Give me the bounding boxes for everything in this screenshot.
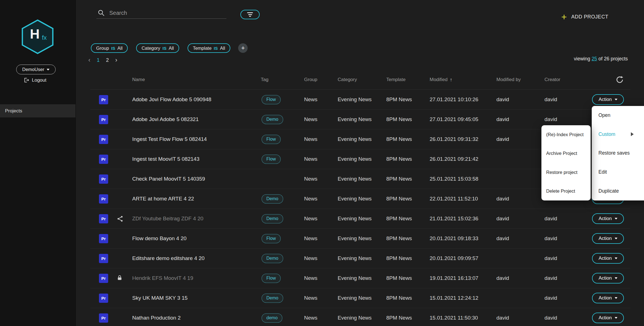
menu-item-label: Custom xyxy=(598,131,615,137)
filter-chip-template[interactable]: TemplateISAll xyxy=(188,43,230,53)
column-header-modified_by[interactable]: Modified by xyxy=(496,77,544,82)
search-bar xyxy=(96,7,226,19)
template-cell: 8PM News xyxy=(386,96,430,103)
menu-item-restore-project[interactable]: Restore project xyxy=(541,163,591,182)
menu-item-label: Archive Project xyxy=(546,151,577,156)
action-button-label: Action xyxy=(598,315,612,321)
menu-item--re-index-project[interactable]: (Re)-Index Project xyxy=(541,125,591,144)
add-filter-button[interactable]: + xyxy=(238,43,248,53)
template-cell: 8PM News xyxy=(386,156,430,162)
tag-badge: Demo xyxy=(262,294,283,303)
add-project-label: ADD PROJECT xyxy=(571,14,609,20)
page-button-1[interactable]: 1 xyxy=(97,57,100,63)
logout-button[interactable]: Logout xyxy=(23,77,46,83)
template-cell: 8PM News xyxy=(386,315,430,321)
column-header-modified[interactable]: Modified↑ xyxy=(430,77,496,83)
tag-cell: demo xyxy=(261,313,304,323)
chip-field: Category xyxy=(141,46,160,51)
row-icons-cell: Pr xyxy=(90,268,132,288)
column-header-template[interactable]: Template xyxy=(386,77,430,82)
lock-icon-wrap xyxy=(117,275,123,282)
category-cell: Evening News xyxy=(338,96,386,103)
category-cell: Evening News xyxy=(338,295,386,301)
category-cell: Evening News xyxy=(338,116,386,122)
column-header-group[interactable]: Group xyxy=(304,77,338,82)
chevron-down-icon xyxy=(615,99,617,100)
modified-cell: 15.01.2021 12:24:12 xyxy=(430,295,496,301)
filter-sort-button[interactable] xyxy=(240,10,260,19)
column-header-tag[interactable]: Tag xyxy=(261,77,304,82)
tag-badge: Demo xyxy=(262,214,283,223)
column-header-name[interactable]: Name xyxy=(132,77,261,82)
menu-item-custom[interactable]: Custom xyxy=(592,125,644,144)
chevron-down-icon xyxy=(47,69,49,70)
table-row[interactable]: PrEditshare demo editshare 4 20DemoNewsE… xyxy=(90,249,630,268)
chevron-down-icon xyxy=(615,317,617,319)
refresh-icon xyxy=(615,75,624,84)
action-button-label: Action xyxy=(598,275,612,281)
tag-badge: Demo xyxy=(262,194,283,204)
page-prev-button[interactable]: ‹ xyxy=(88,57,90,63)
column-header-creator[interactable]: Creator xyxy=(544,77,584,82)
modified-cell: 25.01.2021 15:03:58 xyxy=(430,176,496,182)
chip-field: Group xyxy=(96,46,109,51)
share-icon-wrap xyxy=(117,215,124,224)
project-name: Flow demo Bayon 4 20 xyxy=(132,235,261,242)
action-button[interactable]: Action xyxy=(592,293,624,303)
sidebar-item-projects[interactable]: Projects xyxy=(0,104,75,117)
viewing-prefix: viewing xyxy=(574,56,590,62)
menu-item-label: Open xyxy=(598,112,610,118)
menu-item-duplicate[interactable]: Duplicate xyxy=(592,181,644,200)
action-button[interactable]: Action xyxy=(592,213,624,224)
add-project-button[interactable]: + ADD PROJECT xyxy=(561,12,608,22)
menu-item-edit[interactable]: Edit xyxy=(592,163,644,182)
menu-item-restore-saves[interactable]: Restore saves xyxy=(592,144,644,163)
lock-icon xyxy=(117,275,123,281)
menu-item-delete-project[interactable]: Delete Project xyxy=(541,182,591,200)
column-header-category[interactable]: Category xyxy=(338,77,386,82)
submenu-arrow-icon xyxy=(631,132,634,136)
table-row[interactable]: PrAdobe Jovi Flow Adobe 5 090948FlowNews… xyxy=(90,90,630,110)
filter-chip-category[interactable]: CategoryISAll xyxy=(136,43,179,53)
chevron-down-icon xyxy=(615,297,617,299)
chip-value: All xyxy=(220,46,225,51)
menu-item-open[interactable]: Open xyxy=(592,106,644,125)
action-button[interactable]: Action xyxy=(592,273,624,284)
row-icons-cell: Pr xyxy=(90,308,132,326)
column-header-label: Modified xyxy=(430,77,448,82)
viewing-count-link[interactable]: 25 xyxy=(591,56,597,62)
user-menu-button[interactable]: DemoUser xyxy=(16,65,56,74)
menu-item-label: Restore saves xyxy=(598,150,630,156)
sort-asc-icon[interactable]: ↑ xyxy=(450,77,452,83)
table-row[interactable]: PrSky UK MAM SKY 3 15DemoNewsEvening New… xyxy=(90,288,630,308)
page-next-button[interactable]: › xyxy=(115,57,117,63)
table-row[interactable]: PrFlow demo Bayon 4 20FlowNewsEvening Ne… xyxy=(90,229,630,249)
table-row[interactable]: PrNathan Production 2demoNewsEvening New… xyxy=(90,308,630,326)
modified-by-cell: david xyxy=(496,96,544,103)
category-cell: Evening News xyxy=(338,176,386,182)
tag-cell: Demo xyxy=(261,194,304,204)
page-button-2[interactable]: 2 xyxy=(106,57,109,63)
action-button[interactable]: Action xyxy=(592,253,624,264)
menu-item-label: Duplicate xyxy=(598,188,619,194)
table-row[interactable]: PrHendrik EFS MoovIT 4 19FlowNewsEvening… xyxy=(90,268,630,288)
modified-cell: 26.01.2021 09:31:32 xyxy=(430,136,496,142)
action-button[interactable]: Action xyxy=(592,313,624,323)
tag-badge: Demo xyxy=(262,115,283,124)
search-input[interactable] xyxy=(109,10,226,16)
premiere-icon: Pr xyxy=(99,174,108,184)
column-header-actions xyxy=(584,75,630,84)
menu-item-label: Delete Project xyxy=(546,188,575,194)
menu-item-archive-project[interactable]: Archive Project xyxy=(541,144,591,163)
group-cell: News xyxy=(304,156,338,162)
action-button[interactable]: Action xyxy=(592,233,624,244)
premiere-icon: Pr xyxy=(99,95,108,104)
group-cell: News xyxy=(304,216,338,222)
action-button[interactable]: Action xyxy=(592,94,624,105)
filter-chip-group[interactable]: GroupISAll xyxy=(91,43,128,53)
refresh-button[interactable] xyxy=(615,75,624,84)
table-row[interactable]: PrZDf Youtube Beitrag ZDF 4 20DemoNewsEv… xyxy=(90,209,630,229)
row-icons-cell: Pr xyxy=(90,90,132,109)
filter-lines-icon xyxy=(247,12,253,13)
row-icons-cell: Pr xyxy=(90,129,132,149)
